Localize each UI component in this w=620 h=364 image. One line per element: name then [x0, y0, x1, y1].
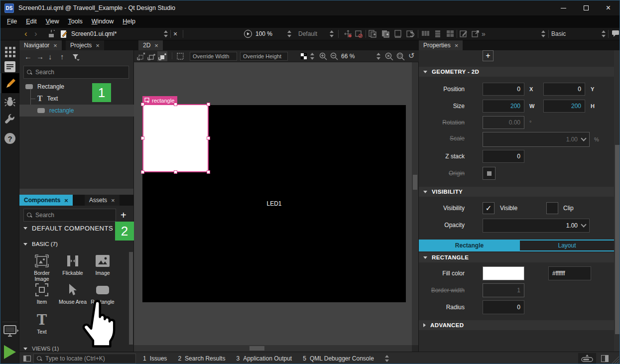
show-bounds-icon[interactable] [176, 52, 184, 60]
canvas-stage[interactable]: LED1 rectangle [134, 62, 412, 345]
reset-view-icon[interactable]: ↺ [408, 50, 415, 61]
close-document-button[interactable]: × [173, 28, 177, 40]
position-y-field[interactable]: 0 [543, 83, 585, 96]
tab-navigator[interactable]: Navigator× [19, 40, 62, 50]
pane-stepper-icon[interactable] [385, 355, 389, 362]
resize-handle-sw[interactable] [141, 170, 144, 174]
document-stepper-icon[interactable] [164, 30, 168, 37]
snap-anchors-icon[interactable] [147, 52, 156, 60]
artboard-text-item[interactable]: LED1 [266, 200, 281, 207]
tab-components[interactable]: Components× [19, 195, 73, 206]
resize-handle-w[interactable] [141, 136, 144, 140]
menu-file[interactable]: File [2, 15, 21, 28]
close-icon[interactable]: × [53, 42, 57, 49]
section-views[interactable]: VIEWS (1) [23, 346, 59, 352]
close-icon[interactable]: × [154, 42, 158, 49]
move-left-icon[interactable]: ← [24, 52, 32, 61]
column-layout-icon[interactable] [435, 30, 441, 38]
add-module-button[interactable]: + [121, 209, 126, 222]
resize-handle-s[interactable] [174, 170, 177, 174]
close-icon[interactable]: × [64, 197, 68, 204]
preview-zoom-value[interactable]: 100 % [255, 28, 272, 40]
canvas-zoom-value[interactable]: 66 % [341, 50, 355, 62]
component-border-image[interactable]: Border Image [26, 253, 57, 282]
design-mode-button[interactable] [0, 73, 19, 93]
menu-tools[interactable]: Tools [64, 15, 87, 28]
canvas-horizontal-scrollbar[interactable] [134, 345, 412, 352]
fill-color-hex-field[interactable]: #ffffff [548, 266, 591, 280]
tree-item-rectangle-selected[interactable]: rectangle [19, 105, 134, 117]
menu-window[interactable]: Window [87, 15, 118, 28]
override-width-input[interactable] [193, 53, 234, 59]
locator-input[interactable] [45, 355, 132, 362]
kit-stepper2-icon[interactable] [602, 30, 606, 37]
visible-checkbox[interactable]: ✓ [483, 202, 495, 214]
tree-item-rectangle-root[interactable]: Rectangle [19, 81, 134, 93]
resize-handle-nw[interactable] [141, 103, 144, 106]
row-layout-icon[interactable] [421, 30, 430, 37]
close-icon[interactable]: × [96, 42, 100, 49]
move-right-icon[interactable]: → [36, 52, 44, 61]
component-reload-icon[interactable] [406, 30, 414, 38]
resize-grip[interactable] [610, 355, 619, 364]
lock-open-icon[interactable] [48, 30, 55, 38]
run-preview-button[interactable] [244, 30, 252, 38]
scale-field[interactable]: 1.00 [483, 132, 590, 147]
debug-mode-button[interactable] [0, 96, 19, 107]
file-edit-icon[interactable] [60, 30, 68, 38]
style-selector[interactable]: Default [298, 28, 317, 40]
fill-color-swatch[interactable] [483, 266, 524, 280]
canvas-vertical-scrollbar[interactable] [412, 62, 418, 345]
component-flickable[interactable]: Flickable [57, 253, 88, 276]
section-rectangle[interactable]: RECTANGLE [419, 252, 614, 262]
create-component-icon[interactable] [369, 30, 377, 38]
reset-size-icon[interactable] [355, 30, 363, 38]
open-document-selector[interactable]: Screen01.ui.qml* [71, 28, 117, 40]
section-geometry-2d[interactable]: GEOMETRY - 2D [419, 67, 614, 77]
navigator-search-input[interactable] [35, 69, 125, 76]
snap-parent-button[interactable] [157, 51, 167, 61]
resize-handle-ne[interactable] [207, 103, 210, 106]
section-advanced[interactable]: ADVANCED [419, 320, 614, 330]
grid-layout-icon[interactable] [446, 30, 454, 37]
close-icon[interactable]: × [455, 42, 459, 49]
minimize-button[interactable] [552, 0, 575, 15]
override-height-input[interactable] [243, 53, 285, 59]
background-stepper-icon[interactable] [310, 53, 315, 60]
menu-help[interactable]: Help [118, 15, 140, 28]
tab-rectangle[interactable]: Rectangle [419, 241, 520, 250]
section-visibility[interactable]: VISIBILITY [419, 187, 614, 197]
properties-scrollbar[interactable] [614, 50, 620, 352]
canvas-background-color-icon[interactable] [301, 53, 307, 59]
selected-rectangle-item[interactable] [142, 104, 209, 172]
pane-qml-debugger-console[interactable]: 5QML Debugger Console [303, 355, 374, 362]
toggle-left-panel-icon[interactable] [23, 356, 31, 362]
panel-splitter[interactable] [19, 189, 133, 195]
run-button[interactable] [0, 345, 19, 359]
maximize-button[interactable] [575, 0, 597, 15]
size-h-field[interactable]: 200 [543, 100, 585, 113]
menu-edit[interactable]: Edit [21, 15, 41, 28]
opacity-field[interactable]: 1.00 [483, 219, 590, 233]
component-image[interactable]: Image [87, 253, 118, 276]
tab-properties[interactable]: Properties× [419, 40, 463, 50]
snap-off-icon[interactable] [137, 52, 145, 60]
zoom-out-icon[interactable] [330, 52, 338, 60]
reset-position-icon[interactable] [344, 30, 352, 38]
size-w-field[interactable]: 200 [483, 100, 524, 113]
resize-handle-e[interactable] [207, 136, 210, 140]
component-item[interactable]: Item [26, 282, 57, 305]
zoom-all-icon[interactable] [385, 52, 393, 60]
filter-icon[interactable] [72, 54, 80, 61]
pane-issues[interactable]: 1Issues [143, 355, 167, 362]
components-scrollbar[interactable] [129, 252, 133, 345]
close-button[interactable]: × [597, 0, 620, 15]
move-down-icon[interactable]: ↓ [48, 52, 52, 61]
origin-selector-button[interactable] [483, 167, 496, 180]
welcome-mode-button[interactable] [0, 47, 19, 57]
zoom-in-icon[interactable] [319, 52, 327, 60]
edit-component-icon[interactable] [394, 30, 402, 38]
radius-field[interactable]: 0 [483, 300, 524, 314]
selection-label[interactable]: rectangle [142, 96, 177, 105]
edit-mode-button[interactable] [0, 61, 19, 72]
